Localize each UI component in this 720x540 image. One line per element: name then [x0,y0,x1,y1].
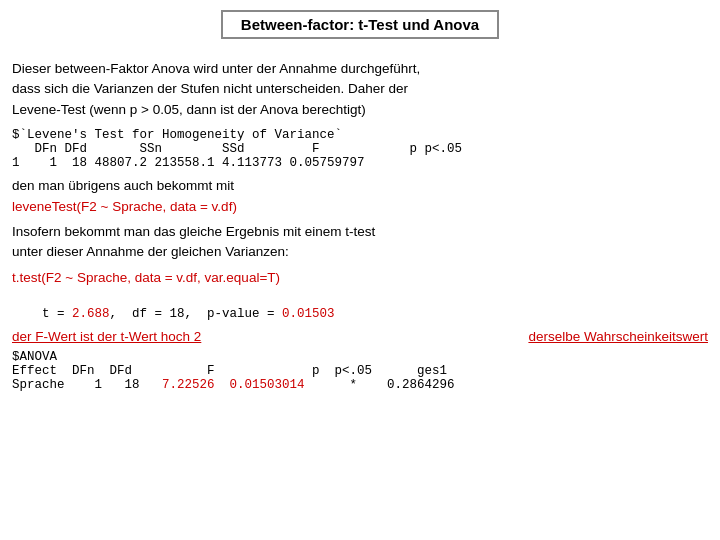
title-wrapper: Between-factor: t-Test und Anova [12,10,708,49]
ttest-mid: , df = 18, p-value = [110,307,283,321]
anova-dollar: $ANOVA [12,350,57,364]
anova-block: $ANOVA Effect DFn DFd F p p<.05 ges1 Spr… [12,350,708,392]
note-right-text: derselbe Wahrscheinkeitswert [528,329,708,344]
ttest-t-value: 2.688 [72,307,110,321]
levene-call-text: leveneTest(F2 ~ Sprache, data = v.df) [12,199,237,214]
ttest-call-line: t.test(F2 ~ Sprache, data = v.df, var.eq… [12,270,708,285]
anova-col-headers: Effect DFn DFd F p p<.05 ges1 [12,364,708,378]
ttest-prefix: t = [27,307,72,321]
levene-code-block: $`Levene's Test for Homogeneity of Varia… [12,128,708,170]
ttest-p-value: 0.01503 [282,307,335,321]
den-label: den man übrigens auch bekommt mit [12,178,234,193]
title-box: Between-factor: t-Test und Anova [221,10,499,39]
anova-data-row: Sprache 1 18 7.22526 0.01503014 * 0.2864… [12,378,708,392]
title-text: Between-factor: t-Test und Anova [241,16,479,33]
inline-note-row: der F-Wert ist der t-Wert hoch 2 derselb… [12,329,708,344]
ttest-call-text: t.test(F2 ~ Sprache, data = v.df, var.eq… [12,270,280,285]
ttest-result-block: t = 2.688, df = 18, p-value = 0.01503 [12,293,708,321]
anova-space1 [215,378,230,392]
paragraph1-text: Dieser between-Faktor Anova wird unter d… [12,61,420,117]
insofern-text: Insofern bekommt man das gleiche Ergebni… [12,222,708,263]
levene-code-text: $`Levene's Test for Homogeneity of Varia… [12,128,462,170]
paragraph1: Dieser between-Faktor Anova wird unter d… [12,59,708,120]
anova-sprache-label: Sprache 1 18 [12,378,162,392]
insofern-label: Insofern bekommt man das gleiche Ergebni… [12,224,375,259]
anova-cols: Effect DFn DFd F p p<.05 ges1 [12,364,447,378]
anova-p-value: 0.01503014 [230,378,305,392]
anova-f-value: 7.22526 [162,378,215,392]
levene-call-line: leveneTest(F2 ~ Sprache, data = v.df) [12,199,708,214]
anova-rest: * 0.2864296 [305,378,455,392]
anova-header-line: $ANOVA [12,350,708,364]
note-left-text: der F-Wert ist der t-Wert hoch 2 [12,329,201,344]
den-text: den man übrigens auch bekommt mit [12,178,708,193]
